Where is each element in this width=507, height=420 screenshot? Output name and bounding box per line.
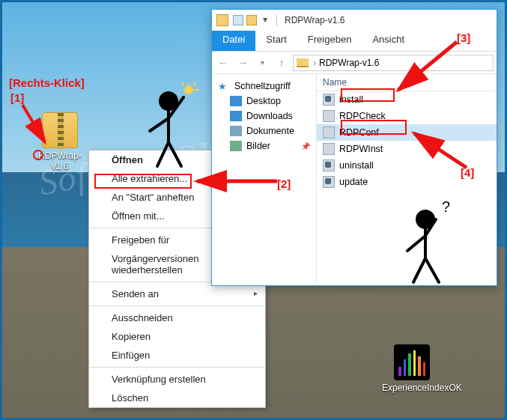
nav-recent-button[interactable]: ▾: [254, 55, 270, 71]
download-icon: [230, 111, 242, 121]
experienceindex-label: ExperienceIndexOK: [382, 383, 442, 393]
bars-icon: [394, 344, 430, 380]
column-header-name[interactable]: Name: [317, 74, 497, 91]
file-label: RDPCheck: [339, 111, 386, 121]
ribbon-tab-start[interactable]: Start: [255, 31, 297, 51]
window-title: RDPWrap-v1.6: [285, 15, 344, 25]
navpane-documents[interactable]: Dokumente: [215, 124, 313, 139]
cm-paste[interactable]: Einfügen: [89, 346, 265, 365]
cm-separator: [90, 305, 264, 306]
np-docs-label: Dokumente: [246, 126, 294, 136]
window-icon: [216, 14, 228, 26]
nav-back-button[interactable]: ←: [215, 55, 231, 71]
ribbon-tab-file[interactable]: Datei: [212, 31, 255, 51]
nav-up-button[interactable]: ↑: [273, 55, 290, 71]
qat-dropdown-icon[interactable]: ▾: [260, 15, 270, 25]
titlebar[interactable]: ▾ RDPWrap-v1.6: [212, 10, 497, 31]
desktop-zip-icon[interactable]: RDPWrap-v1.6: [30, 112, 90, 171]
np-quick-label: Schnellzugriff: [234, 81, 291, 91]
star-icon: ★: [218, 81, 230, 91]
ribbon-tab-share[interactable]: Freigeben: [297, 31, 362, 51]
explorer-window: ▾ RDPWrap-v1.6 Datei Start Freigeben Ans…: [211, 9, 497, 286]
batch-file-icon: [323, 176, 335, 188]
cm-sendto-label: Senden an: [112, 288, 159, 299]
zip-icon-label: RDPWrap-v1.6: [30, 150, 90, 171]
documents-icon: [230, 126, 242, 136]
np-desktop-label: Desktop: [246, 96, 281, 106]
pictures-icon: [230, 141, 242, 151]
cm-copy[interactable]: Kopieren: [89, 327, 265, 346]
file-install[interactable]: install: [317, 91, 497, 108]
cm-delete[interactable]: Löschen: [89, 389, 265, 407]
np-downloads-label: Downloads: [246, 111, 293, 121]
ribbon-tabs: Datei Start Freigeben Ansicht: [212, 31, 497, 52]
file-label: install: [339, 94, 363, 105]
file-list: Name install RDPCheck RDPConf RDPWInst u…: [317, 74, 497, 285]
pin-icon: 📌: [301, 142, 310, 150]
qat-newfolder-icon[interactable]: [246, 15, 257, 25]
navpane-downloads[interactable]: Downloads: [215, 109, 313, 124]
batch-file-icon: [323, 94, 335, 106]
folder-icon: [297, 58, 309, 67]
navpane-pictures[interactable]: Bilder 📌: [215, 139, 313, 153]
file-label: update: [339, 177, 368, 187]
exe-file-icon: [323, 110, 335, 122]
exe-file-icon: [323, 143, 335, 155]
navpane-desktop[interactable]: Desktop: [215, 94, 313, 109]
zip-folder-icon: [42, 112, 78, 148]
np-pics-label: Bilder: [246, 141, 270, 151]
navpane-quickaccess[interactable]: ★ Schnellzugriff: [215, 79, 313, 94]
cm-separator: [90, 367, 264, 368]
nav-fwd-button[interactable]: →: [234, 55, 251, 71]
file-rdpwinst[interactable]: RDPWInst: [317, 141, 497, 157]
exe-file-icon: [323, 127, 335, 139]
file-update[interactable]: update: [317, 174, 497, 190]
address-bar: ← → ▾ ↑ › RDPWrap-v1.6: [212, 52, 497, 74]
desktop-experienceindex-icon[interactable]: ExperienceIndexOK: [382, 344, 442, 393]
file-uninstall[interactable]: uninstall: [317, 157, 497, 174]
breadcrumb-text: RDPWrap-v1.6: [319, 58, 379, 68]
nav-pane: ★ Schnellzugriff Desktop Downloads Dokum…: [212, 74, 317, 285]
cm-share-label: Freigeben für: [112, 234, 169, 246]
file-rdpconf[interactable]: RDPConf: [317, 124, 497, 141]
cm-cut[interactable]: Ausschneiden: [89, 308, 265, 327]
batch-file-icon: [323, 159, 335, 171]
file-label: RDPConf: [339, 127, 379, 138]
cm-send-to[interactable]: Senden an ▸: [89, 284, 265, 303]
file-label: RDPWInst: [339, 144, 383, 154]
qat-properties-icon[interactable]: [233, 15, 243, 25]
chevron-right-icon: ▸: [254, 289, 258, 297]
file-rdpcheck[interactable]: RDPCheck: [317, 108, 497, 124]
breadcrumb[interactable]: › RDPWrap-v1.6: [293, 55, 494, 71]
desktop-icon: [230, 96, 242, 106]
file-label: uninstall: [339, 160, 374, 171]
ribbon-tab-view[interactable]: Ansicht: [362, 31, 415, 51]
cm-create-link[interactable]: Verknüpfung erstellen: [89, 370, 265, 389]
